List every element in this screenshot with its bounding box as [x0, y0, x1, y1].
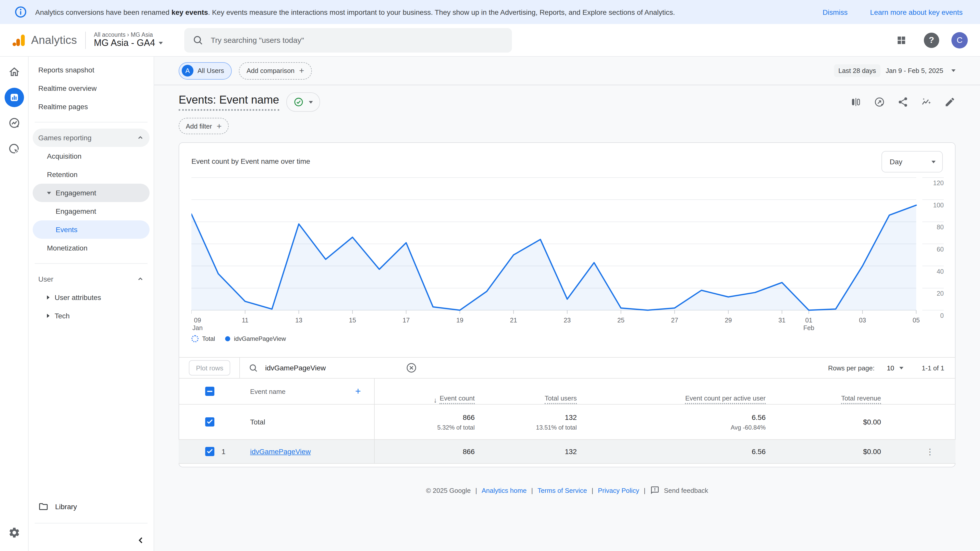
table-toolbar: Plot rows Rows per page: [179, 357, 956, 379]
clear-search-icon[interactable] [406, 362, 417, 373]
legend-item-total[interactable]: Total [191, 335, 215, 342]
row-index: 1 [221, 448, 226, 456]
search-icon [192, 35, 204, 46]
explore-icon[interactable] [4, 113, 24, 133]
report-title[interactable]: Events: Event name [179, 94, 279, 111]
column-header-event-name[interactable]: Event name [250, 387, 286, 395]
svg-text:23: 23 [564, 317, 571, 324]
row-menu-icon[interactable]: ⋮ [926, 447, 956, 456]
chevron-down-icon [309, 101, 313, 103]
svg-text:Jan: Jan [192, 324, 203, 331]
pagination-status: 1-1 of 1 [922, 364, 944, 372]
app-root: Analytics conversions have been renamed … [0, 0, 980, 551]
svg-text:31: 31 [778, 317, 786, 324]
footer-link-analytics-home[interactable]: Analytics home [482, 486, 527, 494]
app-header: Analytics All accounts › MG Asia MG Asia… [0, 24, 980, 57]
column-header-per-active-user[interactable]: Event count per active user [577, 379, 765, 405]
apps-grid-button[interactable] [891, 30, 912, 50]
svg-text:09: 09 [194, 317, 201, 324]
all-users-chip[interactable]: A All Users [179, 62, 232, 79]
benchmark-gauge-icon[interactable] [874, 97, 885, 108]
plot-rows-button[interactable]: Plot rows [189, 360, 231, 375]
sidebar-item-reports-snapshot[interactable]: Reports snapshot [33, 61, 150, 79]
property-switcher[interactable]: All accounts › MG Asia MG Asia - GA4 [94, 32, 163, 48]
date-range-selector[interactable]: Last 28 days Jan 9 - Feb 5, 2025 [834, 64, 956, 77]
svg-text:27: 27 [671, 317, 678, 324]
plus-icon: + [299, 66, 304, 75]
legend-item-series[interactable]: idvGamePageView [225, 335, 286, 342]
sidebar-item-events[interactable]: Events [33, 221, 150, 239]
analytics-logo[interactable]: Analytics [0, 32, 77, 48]
collapse-sidebar-icon[interactable] [137, 537, 145, 544]
svg-text:25: 25 [617, 317, 625, 324]
banner-message: Analytics conversions have been renamed … [35, 8, 675, 16]
sidebar-item-tech[interactable]: Tech [33, 306, 150, 325]
page-footer: © 2025 Google | Analytics home | Terms o… [154, 486, 980, 495]
footer-link-terms[interactable]: Terms of Service [538, 486, 587, 494]
info-icon [14, 6, 27, 18]
sidebar-item-engagement[interactable]: Engagement [33, 202, 150, 221]
row-total-revenue: $0.00 [863, 448, 881, 456]
account-avatar[interactable]: C [951, 32, 968, 48]
send-feedback-link[interactable]: Send feedback [664, 486, 708, 494]
svg-text:01: 01 [805, 317, 812, 324]
table-search-input[interactable] [264, 363, 401, 372]
insights-icon[interactable] [921, 97, 932, 108]
sort-descending-icon: ↓ [434, 396, 437, 404]
search-input[interactable] [210, 35, 504, 45]
sidebar-item-engagement[interactable]: Engagement [33, 184, 150, 202]
comparison-bar: A All Users Add comparison + Last 28 day… [154, 57, 980, 85]
sidebar-item-games-reporting[interactable]: Games reporting [33, 129, 150, 147]
sidebar-item-label: Reports snapshot [38, 66, 94, 74]
edit-pencil-icon[interactable] [944, 97, 956, 108]
column-header-total-users[interactable]: Total users [475, 379, 577, 405]
feedback-icon [650, 486, 659, 495]
add-comparison-button[interactable]: Add comparison + [239, 62, 312, 79]
rows-per-page-value[interactable]: 10 [887, 364, 894, 372]
advertising-icon[interactable] [4, 139, 24, 159]
add-filter-button[interactable]: Add filter + [179, 118, 229, 134]
report-status-dropdown[interactable] [286, 92, 320, 112]
dismiss-button[interactable]: Dismiss [822, 8, 848, 16]
settings-gear-icon[interactable] [4, 522, 24, 543]
granularity-select[interactable]: Day [881, 151, 943, 172]
column-header-total-revenue[interactable]: Total revenue [765, 379, 881, 405]
footer-link-privacy[interactable]: Privacy Policy [598, 486, 639, 494]
library-label: Library [55, 503, 77, 511]
breadcrumb: All accounts › MG Asia [94, 32, 163, 38]
copyright: © 2025 Google [426, 486, 471, 494]
add-dimension-icon[interactable]: + [355, 386, 361, 397]
share-icon[interactable] [897, 97, 908, 108]
row-checkbox[interactable] [205, 447, 215, 456]
svg-text:60: 60 [937, 246, 944, 253]
chevron-down-icon[interactable] [899, 367, 904, 369]
sidebar-item-library[interactable]: Library [29, 496, 154, 517]
sidebar-item-label: Events [56, 225, 78, 233]
sidebar-item-user[interactable]: User [33, 270, 150, 288]
table-search[interactable] [249, 362, 417, 373]
chevron-down-icon [932, 160, 935, 163]
home-icon[interactable] [4, 62, 24, 82]
sidebar-item-realtime-pages[interactable]: Realtime pages [33, 97, 150, 116]
sidebar-item-monetization[interactable]: Monetization [33, 239, 150, 257]
legend-label: Total [202, 335, 215, 342]
svg-text:15: 15 [349, 317, 356, 324]
compare-columns-icon[interactable] [850, 97, 862, 108]
reports-icon[interactable] [4, 88, 24, 107]
global-search[interactable] [184, 28, 512, 52]
row-checkbox[interactable] [205, 417, 215, 427]
learn-more-link[interactable]: Learn more about key events [870, 8, 963, 16]
column-header-event-count[interactable]: ↓Event count [375, 379, 475, 405]
svg-text:03: 03 [859, 317, 866, 324]
row-event-count: 866 [463, 448, 475, 456]
help-button[interactable]: ? [924, 32, 939, 48]
sidebar-item-realtime-overview[interactable]: Realtime overview [33, 79, 150, 97]
svg-text:20: 20 [937, 290, 944, 297]
chevron-up-icon [137, 135, 143, 141]
sidebar-item-acquisition[interactable]: Acquisition [33, 147, 150, 165]
select-all-checkbox[interactable] [205, 387, 215, 396]
event-name-link[interactable]: idvGamePageView [250, 448, 311, 456]
sidebar-item-user-attributes[interactable]: User attributes [33, 288, 150, 306]
total-per-active-user-sub: Avg -60.84% [731, 424, 765, 431]
sidebar-item-retention[interactable]: Retention [33, 165, 150, 184]
